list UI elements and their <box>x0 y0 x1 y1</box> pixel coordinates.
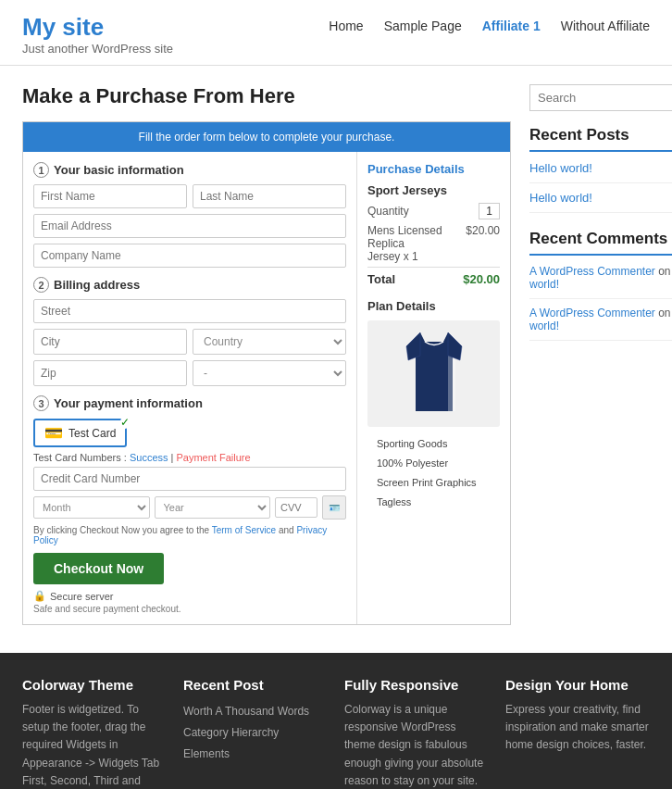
month-select[interactable]: Month <box>33 496 150 519</box>
nav-home[interactable]: Home <box>329 19 363 33</box>
footer-col2-link1[interactable]: Worth A Thousand Words <box>183 701 328 722</box>
total-label: Total <box>367 272 395 286</box>
section1-num: 1 <box>33 162 49 178</box>
plan-title: Plan Details <box>367 299 500 313</box>
comment-1: A WordPress Commenter on Hello world! <box>529 265 672 299</box>
test-card-numbers: Test Card Numbers : Success | Payment Fa… <box>33 452 346 463</box>
recent-posts-section: Recent Posts Hello world! Hello world! <box>529 126 672 213</box>
check-icon: ✓ <box>120 416 130 429</box>
site-tagline: Just another WordPress site <box>22 42 173 56</box>
safe-text: Safe and secure payment checkout. <box>33 604 346 614</box>
footer-col4-text: Express your creativity, find inspiratio… <box>505 701 650 755</box>
section3-label: 3 Your payment information <box>33 395 346 411</box>
jersey-image <box>367 320 500 427</box>
footer-col1-title: Colorway Theme <box>22 677 167 693</box>
product-line: Mens Licensed Replica Jersey x 1 <box>367 224 466 263</box>
footer-col-4: Design Your Home Express your creativity… <box>505 677 650 789</box>
credit-card-icon: 💳 <box>44 424 63 442</box>
feature-4: Tagless <box>367 493 500 512</box>
product-name: Sport Jerseys <box>367 183 500 197</box>
product-price: $20.00 <box>466 224 500 263</box>
footer-col-1: Colorway Theme Footer is widgetized. To … <box>22 677 167 789</box>
comment-2: A WordPress Commenter on Hello world! <box>529 307 672 341</box>
form-box: Fill the order form below to complete yo… <box>22 121 511 625</box>
comment-author-1[interactable]: A WordPress Commenter <box>529 265 655 278</box>
nav-without-affiliate[interactable]: Without Affiliate <box>561 19 650 33</box>
section1-title: Your basic information <box>54 163 184 177</box>
company-input[interactable] <box>33 244 346 268</box>
right-sidebar: 🔍 Recent Posts Hello world! Hello world!… <box>529 84 672 625</box>
feature-3: Screen Print Graphics <box>367 473 500 493</box>
email-input[interactable] <box>33 214 346 238</box>
terms-text: By clicking Checkout Now you agree to th… <box>33 525 346 545</box>
section2-title: Billing address <box>54 278 140 292</box>
form-header: Fill the order form below to complete yo… <box>23 122 510 152</box>
city-input[interactable] <box>33 329 187 355</box>
footer-col-3: Fully Responsive Colorway is a unique re… <box>344 677 489 789</box>
recent-posts-title: Recent Posts <box>529 126 672 152</box>
cvv-icon[interactable]: 🪪 <box>322 495 346 520</box>
failure-link[interactable]: Payment Failure <box>177 452 251 463</box>
cvv-input[interactable] <box>275 497 317 518</box>
card-info-icon: 🪪 <box>329 503 340 513</box>
lock-icon: 🔒 <box>33 590 46 602</box>
section3-title: Your payment information <box>54 396 203 410</box>
terms-link[interactable]: Term of Service <box>212 525 276 535</box>
feature-1: Sporting Goods <box>367 434 500 454</box>
footer-col3-title: Fully Responsive <box>344 677 489 693</box>
search-box: 🔍 <box>529 84 672 111</box>
year-select[interactable]: Year <box>155 496 271 519</box>
checkout-button[interactable]: Checkout Now <box>33 553 164 584</box>
footer-col3-text: Colorway is a unique responsive WordPres… <box>344 701 489 789</box>
recent-post-2[interactable]: Hello world! <box>529 191 672 213</box>
footer-col1-text: Footer is widgetized. To setup the foote… <box>22 701 167 789</box>
form-body: 1 Your basic information <box>23 152 510 624</box>
country-select[interactable]: Country <box>193 329 346 355</box>
header: My site Just another WordPress site Home… <box>0 0 672 66</box>
test-card-btn[interactable]: 💳 Test Card ✓ <box>33 419 127 447</box>
last-name-input[interactable] <box>193 184 346 208</box>
total-row: Total $20.00 <box>367 267 500 286</box>
purchase-title: Purchase Details <box>367 162 500 176</box>
plan-features: Sporting Goods 100% Polyester Screen Pri… <box>367 434 500 512</box>
total-value: $20.00 <box>463 272 500 286</box>
footer-col4-title: Design Your Home <box>505 677 650 693</box>
cc-number-input[interactable] <box>33 467 346 491</box>
test-card-label: Test Card <box>68 427 116 440</box>
nav-affiliate-1[interactable]: Affiliate 1 <box>482 19 541 33</box>
form-fields: 1 Your basic information <box>23 152 357 624</box>
quantity-label: Quantity <box>367 205 409 218</box>
dash-select[interactable]: - <box>193 360 346 386</box>
street-input[interactable] <box>33 299 346 323</box>
quantity-row: Quantity 1 <box>367 203 500 219</box>
secure-label: Secure server <box>50 591 113 602</box>
zip-input[interactable] <box>33 360 187 386</box>
nav-sample-page[interactable]: Sample Page <box>384 19 462 33</box>
footer-col2-link2[interactable]: Category Hierarchy Elements <box>183 722 328 765</box>
purchase-details: Purchase Details Sport Jerseys Quantity … <box>357 152 510 624</box>
jersey-svg <box>397 328 471 420</box>
section3-num: 3 <box>33 395 49 411</box>
quantity-value: 1 <box>479 203 500 219</box>
name-row <box>33 184 346 208</box>
footer-col2-title: Recent Post <box>183 677 328 693</box>
section1-label: 1 Your basic information <box>33 162 346 178</box>
section2-label: 2 Billing address <box>33 277 346 293</box>
left-column: Make a Purchase From Here Fill the order… <box>22 84 511 625</box>
footer-col-2: Recent Post Worth A Thousand Words Categ… <box>183 677 328 789</box>
secure-row: 🔒 Secure server <box>33 590 346 602</box>
recent-post-1[interactable]: Hello world! <box>529 161 672 183</box>
product-price-row: Mens Licensed Replica Jersey x 1 $20.00 <box>367 224 500 263</box>
comment-author-2[interactable]: A WordPress Commenter <box>529 307 655 319</box>
svg-marker-2 <box>406 332 420 360</box>
success-link[interactable]: Success <box>130 452 168 463</box>
first-name-input[interactable] <box>33 184 187 208</box>
main-layout: Make a Purchase From Here Fill the order… <box>0 66 672 644</box>
main-nav: Home Sample Page Affiliate 1 Without Aff… <box>329 13 650 33</box>
page-title: Make a Purchase From Here <box>22 84 511 108</box>
footer-grid: Colorway Theme Footer is widgetized. To … <box>22 677 650 789</box>
recent-comments-section: Recent Comments A WordPress Commenter on… <box>529 230 672 341</box>
svg-marker-3 <box>448 332 462 360</box>
footer: Colorway Theme Footer is widgetized. To … <box>0 653 672 789</box>
search-input[interactable] <box>530 85 672 110</box>
